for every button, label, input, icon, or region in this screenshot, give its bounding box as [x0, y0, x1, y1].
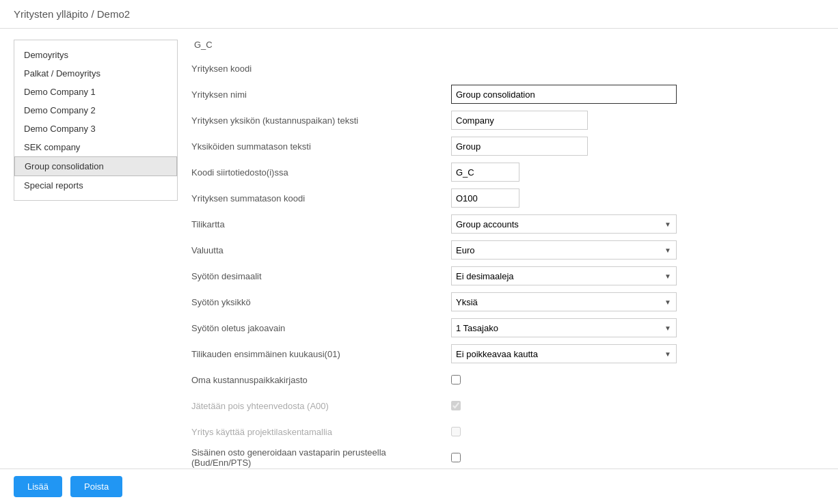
- checkbox-input-2: [451, 427, 461, 436]
- dropdown-label-3: Syötön yksikkö: [191, 297, 451, 307]
- dropdown-select-3[interactable]: YksiäKymmeniäSatoja: [451, 292, 677, 311]
- dropdown-select-4[interactable]: 1 Tasajako2 Tasajako: [451, 318, 677, 337]
- company-code-display: G_C: [191, 40, 824, 50]
- dropdown-select-0[interactable]: Group accountsStandard accounts: [451, 214, 677, 234]
- dropdown-label-1: Valuutta: [191, 245, 451, 255]
- field-input-5[interactable]: [451, 188, 519, 208]
- sidebar-item-4[interactable]: Demo Company 3: [14, 120, 177, 138]
- sidebar-item-3[interactable]: Demo Company 2: [14, 101, 177, 120]
- sidebar: DemoyritysPalkat / DemoyritysDemo Compan…: [14, 40, 178, 201]
- field-label-3: Yksiköiden summatason teksti: [191, 141, 451, 152]
- dropdown-wrapper-2: Ei desimaaleja1 desimaali2 desimaalia: [451, 266, 677, 285]
- sidebar-item-7[interactable]: Special reports: [14, 176, 177, 195]
- checkbox-label-3: Sisäinen osto generoidaan vastaparin per…: [191, 447, 451, 468]
- dropdown-select-1[interactable]: EuroUSDSEK: [451, 240, 677, 260]
- field-input-1[interactable]: [451, 85, 677, 104]
- checkbox-label-1: Jätetään pois yhteenvedosta (A00): [191, 401, 451, 411]
- field-label-4: Koodi siirtotiedosto(i)ssa: [191, 167, 451, 178]
- dropdown-wrapper-3: YksiäKymmeniäSatoja: [451, 292, 677, 311]
- form-area: G_C Yrityksen koodi Yrityksen nimi Yrity…: [191, 40, 824, 499]
- add-button[interactable]: Lisää: [14, 476, 62, 497]
- field-label-5: Yrityksen summatason koodi: [191, 193, 451, 204]
- field-input-3[interactable]: [451, 137, 588, 156]
- sidebar-item-0[interactable]: Demoyritys: [14, 46, 177, 64]
- checkbox-input-0[interactable]: [451, 375, 461, 384]
- page-title: Yritysten ylläpito / Demo2: [14, 8, 130, 20]
- sidebar-item-5[interactable]: SEK company: [14, 138, 177, 156]
- dropdown-label-5: Tilikauden ensimmäinen kuukausi(01): [191, 349, 451, 359]
- field-label-1: Yrityksen nimi: [191, 89, 451, 100]
- dropdown-wrapper-4: 1 Tasajako2 Tasajako: [451, 318, 677, 337]
- field-label-2: Yrityksen yksikön (kustannuspaikan) teks…: [191, 115, 451, 126]
- delete-button[interactable]: Poista: [70, 476, 122, 497]
- dropdown-label-4: Syötön oletus jakoavain: [191, 323, 451, 333]
- checkbox-input-1: [451, 401, 461, 410]
- sidebar-item-1[interactable]: Palkat / Demoyritys: [14, 64, 177, 83]
- checkbox-label-2: Yritys käyttää projektilaskentamallia: [191, 427, 451, 437]
- checkbox-input-3[interactable]: [451, 453, 461, 462]
- footer: Lisää Poista: [0, 468, 838, 504]
- dropdown-select-2[interactable]: Ei desimaaleja1 desimaali2 desimaalia: [451, 266, 677, 285]
- dropdown-wrapper-5: Ei poikkeavaa kauttaTammikuu: [451, 344, 677, 363]
- dropdown-select-5[interactable]: Ei poikkeavaa kauttaTammikuu: [451, 344, 677, 363]
- dropdown-label-0: Tilikartta: [191, 219, 451, 229]
- field-label-0: Yrityksen koodi: [191, 64, 451, 74]
- checkbox-label-0: Oma kustannuspaikkakirjasto: [191, 375, 451, 385]
- dropdown-wrapper-0: Group accountsStandard accounts: [451, 214, 677, 234]
- sidebar-item-2[interactable]: Demo Company 1: [14, 83, 177, 101]
- dropdown-wrapper-1: EuroUSDSEK: [451, 240, 677, 260]
- field-input-2[interactable]: [451, 111, 588, 130]
- field-input-4[interactable]: [451, 163, 519, 182]
- sidebar-item-6[interactable]: Group consolidation: [14, 156, 177, 176]
- dropdown-label-2: Syötön desimaalit: [191, 271, 451, 281]
